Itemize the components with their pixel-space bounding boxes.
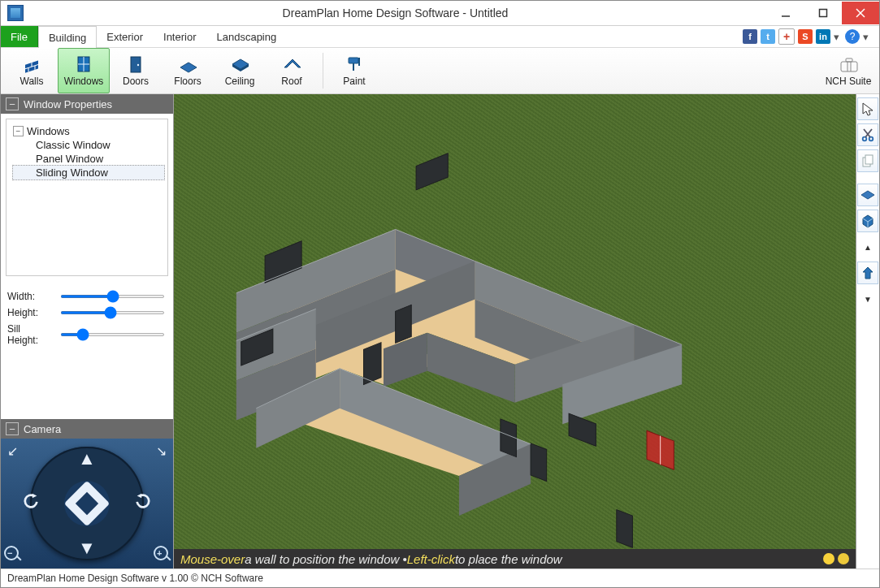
tab-landscaping[interactable]: Landscaping [206, 26, 287, 47]
width-slider[interactable] [60, 295, 165, 298]
collapse-icon[interactable]: − [6, 97, 19, 110]
camera-down-button[interactable]: ▼ [78, 538, 96, 559]
sill-height-slider[interactable] [60, 333, 165, 336]
window-title: DreamPlan Home Design Software - Untitle… [24, 6, 767, 19]
svg-rect-66 [865, 155, 873, 164]
tree-item[interactable]: Classic Window [13, 138, 164, 152]
tool-floors[interactable]: Floors [162, 48, 214, 93]
height-slider[interactable] [60, 311, 165, 314]
share-stumble-icon[interactable]: S [798, 29, 813, 44]
share-linkedin-icon[interactable]: in [816, 29, 830, 44]
view-3d-button[interactable] [857, 210, 878, 232]
share-dropdown-icon[interactable]: ▾ [834, 31, 842, 43]
tool-windows[interactable]: Windows [58, 48, 110, 93]
tool-label: Roof [281, 76, 301, 87]
svg-marker-26 [137, 494, 142, 499]
camera-tilt-down-left-icon[interactable]: ↙ [7, 443, 18, 459]
svg-rect-20 [353, 63, 354, 71]
share-facebook-icon[interactable]: f [743, 29, 757, 44]
maximize-button[interactable] [804, 2, 842, 24]
tree-root[interactable]: − Windows [13, 124, 164, 138]
tab-exterior[interactable]: Exterior [97, 26, 154, 47]
share-google-icon[interactable]: + [778, 28, 795, 45]
floor-indicator[interactable] [857, 262, 878, 284]
properties-title: Window Properties [24, 98, 112, 110]
walls-icon [22, 54, 41, 74]
zoom-in-button[interactable]: + [154, 546, 170, 565]
camera-tilt-down-right-icon[interactable]: ↘ [156, 443, 167, 459]
svg-rect-12 [131, 57, 141, 72]
svg-rect-18 [349, 58, 358, 63]
zoom-in-button[interactable] [823, 553, 834, 564]
tab-file[interactable]: File [1, 26, 38, 47]
copy-tool[interactable] [857, 149, 878, 172]
svg-marker-17 [284, 59, 301, 67]
tab-building[interactable]: Building [38, 26, 97, 48]
sill-label: Sill Height: [7, 323, 52, 346]
tab-interior[interactable]: Interior [154, 26, 206, 47]
tool-label: Ceiling [225, 76, 255, 87]
hint-text: a wall to position the window • [245, 552, 407, 566]
tool-nch-suite[interactable]: NCH Suite [822, 48, 874, 93]
camera-up-button[interactable]: ▲ [78, 448, 96, 469]
svg-marker-70 [863, 267, 873, 279]
camera-title: Camera [24, 423, 61, 435]
zoom-out-button[interactable]: − [4, 546, 20, 565]
paint-icon [345, 54, 364, 74]
tree-item[interactable]: Panel Window [13, 152, 164, 166]
tool-label: NCH Suite [826, 76, 872, 87]
floor-down-button[interactable]: ▼ [857, 288, 878, 310]
svg-rect-56 [617, 510, 633, 548]
tool-doors[interactable]: Doors [110, 48, 162, 93]
app-icon [7, 5, 24, 21]
tree-item-label: Classic Window [36, 139, 111, 151]
view-tools: ▲ ▼ [856, 94, 879, 569]
view-2d-button[interactable] [857, 184, 878, 206]
svg-rect-19 [358, 58, 360, 66]
width-label: Width: [7, 291, 52, 302]
3d-viewport[interactable] [174, 94, 856, 549]
svg-rect-22 [846, 58, 852, 62]
camera-rotate-left-button[interactable] [22, 492, 40, 515]
titlebar: DreamPlan Home Design Software - Untitle… [1, 1, 879, 26]
help-icon[interactable]: ? [845, 29, 860, 44]
tool-walls[interactable]: Walls [6, 48, 58, 93]
floor-up-button[interactable]: ▲ [857, 236, 878, 258]
help-dropdown-icon[interactable]: ▾ [863, 31, 871, 43]
roof-icon [282, 54, 301, 74]
svg-rect-55 [531, 443, 547, 482]
hint-text: to place the window [455, 552, 562, 566]
ceiling-icon [230, 54, 249, 74]
tree-item-label: Sliding Window [36, 166, 108, 179]
camera-rotate-right-button[interactable] [134, 492, 152, 515]
select-tool[interactable] [857, 97, 878, 120]
tool-ceiling[interactable]: Ceiling [214, 48, 266, 93]
camera-header: − Camera [1, 419, 173, 439]
collapse-icon[interactable]: − [6, 422, 19, 435]
svg-rect-53 [396, 305, 412, 343]
svg-marker-14 [180, 63, 197, 72]
svg-rect-57 [569, 413, 596, 446]
close-button[interactable] [842, 2, 879, 24]
svg-marker-67 [861, 191, 874, 199]
tool-label: Floors [174, 76, 201, 87]
tab-strip: File Building Exterior Interior Landscap… [1, 26, 879, 48]
tool-paint[interactable]: Paint [328, 48, 380, 93]
window-tree[interactable]: − Windows Classic Window Panel Window Sl… [6, 119, 168, 276]
cut-tool[interactable] [857, 123, 878, 146]
share-twitter-icon[interactable]: t [761, 29, 775, 44]
zoom-out-button[interactable] [838, 553, 849, 564]
suite-icon [839, 54, 858, 74]
hint-text: Mouse-over [180, 552, 245, 566]
hint-text: Left-click [407, 552, 455, 566]
tool-roof[interactable]: Roof [266, 48, 318, 93]
expander-icon[interactable]: − [13, 126, 24, 136]
svg-rect-50 [416, 153, 448, 190]
minimize-button[interactable] [767, 2, 804, 24]
tool-label: Windows [64, 76, 104, 87]
tree-item-selected[interactable]: Sliding Window [12, 165, 165, 180]
floors-icon [178, 54, 197, 74]
status-text: DreamPlan Home Design Software v 1.00 © … [7, 573, 263, 584]
tool-label: Doors [123, 76, 149, 87]
svg-rect-52 [363, 343, 381, 385]
